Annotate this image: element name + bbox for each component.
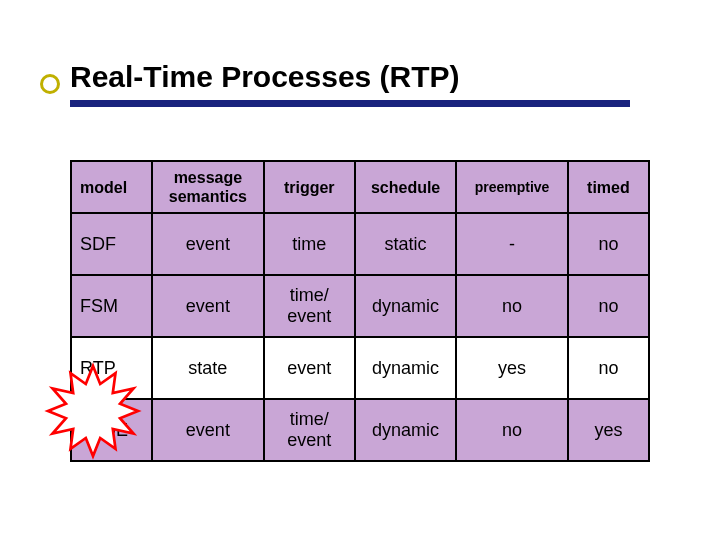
cell-timed: no — [568, 275, 649, 337]
header-schedule: schedule — [355, 161, 456, 213]
slide-title-block: Real-Time Processes (RTP) — [60, 60, 660, 107]
table-header-row: model message semantics trigger schedule… — [71, 161, 649, 213]
cell-msg: event — [152, 399, 264, 461]
cell-schedule: dynamic — [355, 275, 456, 337]
table-row: TSDE event time/ event dynamic no yes — [71, 399, 649, 461]
header-model: model — [71, 161, 152, 213]
cell-timed: no — [568, 337, 649, 399]
cell-model: TSDE — [71, 399, 152, 461]
cell-msg: event — [152, 275, 264, 337]
cell-schedule: static — [355, 213, 456, 275]
cell-trigger: time — [264, 213, 355, 275]
cell-preemptive: yes — [456, 337, 568, 399]
title-underline — [70, 100, 630, 107]
table-row: SDF event time static - no — [71, 213, 649, 275]
table-row-highlight: RTP state event dynamic yes no — [71, 337, 649, 399]
cell-trigger: time/ event — [264, 275, 355, 337]
slide-title: Real-Time Processes (RTP) — [70, 60, 660, 94]
cell-trigger: event — [264, 337, 355, 399]
cell-model: FSM — [71, 275, 152, 337]
cell-model: RTP — [71, 337, 152, 399]
header-timed: timed — [568, 161, 649, 213]
cell-schedule: dynamic — [355, 337, 456, 399]
cell-schedule: dynamic — [355, 399, 456, 461]
header-message-semantics: message semantics — [152, 161, 264, 213]
table-row: FSM event time/ event dynamic no no — [71, 275, 649, 337]
cell-preemptive: no — [456, 275, 568, 337]
cell-timed: no — [568, 213, 649, 275]
header-preemptive: preemptive — [456, 161, 568, 213]
cell-msg: state — [152, 337, 264, 399]
title-bullet-icon — [40, 74, 60, 94]
cell-model: SDF — [71, 213, 152, 275]
cell-msg: event — [152, 213, 264, 275]
comparison-table: model message semantics trigger schedule… — [70, 160, 650, 462]
cell-timed: yes — [568, 399, 649, 461]
cell-preemptive: no — [456, 399, 568, 461]
cell-trigger: time/ event — [264, 399, 355, 461]
cell-preemptive: - — [456, 213, 568, 275]
header-trigger: trigger — [264, 161, 355, 213]
